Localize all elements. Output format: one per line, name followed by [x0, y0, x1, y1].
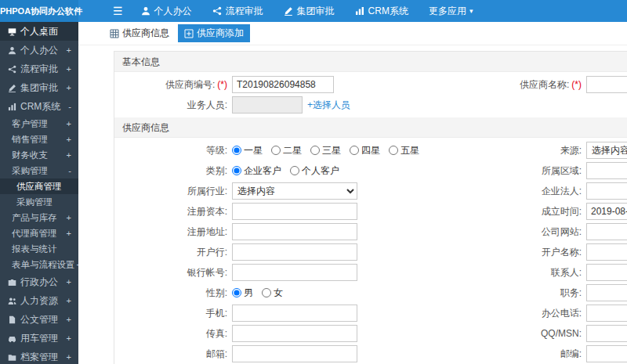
form-row: 业务人员:+选择人员	[114, 95, 627, 115]
level-radio[interactable]	[310, 146, 320, 155]
level-radio-option[interactable]: 四星	[350, 144, 380, 157]
category-radio[interactable]	[232, 166, 241, 175]
tab-supplier-info[interactable]: 供应商信息	[103, 24, 176, 42]
industry-select[interactable]: 选择内容	[232, 182, 357, 200]
legal-person-input[interactable]	[586, 182, 627, 200]
source-select[interactable]: 选择内容	[586, 142, 627, 159]
sidebar-item-crm-system[interactable]: CRM系统-	[0, 97, 78, 116]
job-title-input[interactable]	[586, 284, 627, 301]
zip-input[interactable]	[586, 345, 627, 362]
category-radio-option[interactable]: 企业客户	[232, 164, 281, 178]
category-radio-option[interactable]: 个人客户	[290, 164, 339, 178]
level-radio-option[interactable]: 三星	[310, 144, 341, 157]
topbar-nav-label: 集团审批	[297, 5, 335, 18]
website-input[interactable]	[586, 223, 627, 240]
field-zone	[232, 243, 475, 261]
expand-indicator: -	[67, 166, 71, 175]
supplier-name-input[interactable]	[586, 76, 627, 93]
sidebar-item-process-approval[interactable]: 流程审批+	[0, 59, 78, 78]
sidebar-item-purchasing[interactable]: 采购管理	[0, 194, 78, 210]
sidebar-item-label: 个人办公	[20, 44, 58, 57]
sidebar-item-form-flow-settings[interactable]: 表单与流程设置+	[0, 257, 78, 272]
mobile-input[interactable]	[232, 305, 357, 322]
sidebar-item-label: 供应商管理	[16, 181, 62, 193]
business-person-input[interactable]	[232, 96, 303, 114]
sidebar-item-label: 财务收支	[12, 150, 48, 161]
sidebar-item-personal-desktop[interactable]: 个人桌面	[0, 22, 78, 41]
category-radio[interactable]	[290, 166, 299, 175]
field-zone	[232, 345, 475, 362]
sidebar-item-customer-management[interactable]: 客户管理+	[0, 116, 78, 132]
founded-date-input[interactable]	[586, 203, 627, 220]
founded-date-label: 成立时间:	[475, 205, 586, 218]
topbar-nav-label: CRM系统	[368, 5, 408, 18]
section-title: 供应商信息	[114, 117, 627, 138]
supplier-code-input[interactable]	[232, 76, 334, 93]
sidebar-item-document-management[interactable]: 公文管理+	[0, 310, 78, 329]
form-row: 注册地址:公司网站:	[114, 222, 627, 242]
account-name-input[interactable]	[586, 243, 627, 261]
field-zone	[586, 223, 627, 240]
tab-supplier-add[interactable]: 供应商添加	[178, 24, 250, 42]
expand-indicator: +	[65, 229, 71, 238]
sidebar-item-admin-office[interactable]: 行政办公+	[0, 272, 78, 291]
level-radio[interactable]	[350, 146, 359, 155]
sidebar-item-vehicle-management[interactable]: 用车管理+	[0, 329, 78, 348]
email-input[interactable]	[232, 345, 357, 362]
desktop-icon	[8, 27, 16, 36]
sidebar-item-finance-income-expense[interactable]: 财务收支+	[0, 147, 78, 163]
select-person-link[interactable]: +选择人员	[307, 99, 350, 112]
flow-icon	[8, 65, 16, 74]
bank-account-input[interactable]	[232, 264, 357, 281]
gender-radio-option[interactable]: 女	[262, 287, 283, 300]
level-radio[interactable]	[271, 146, 281, 155]
topbar-nav-more-apps[interactable]: 更多应用▾	[419, 0, 484, 22]
sidebar-item-reports-statistics[interactable]: 报表与统计	[0, 241, 78, 257]
level-radio-option[interactable]: 一星	[232, 144, 263, 157]
topbar-nav: 个人办公流程审批集团审批CRM系统更多应用▾	[131, 0, 484, 22]
form-cell: 联系人:	[475, 264, 627, 281]
business-person-label: 业务人员:	[114, 99, 232, 112]
sidebar-item-group-approval[interactable]: 集团审批+	[0, 78, 78, 97]
fax-input[interactable]	[232, 325, 357, 342]
level-radio-option[interactable]: 五星	[389, 144, 419, 157]
topbar-nav-process-approval[interactable]: 流程审批	[202, 0, 274, 22]
menu-toggle-icon[interactable]: ☰	[113, 0, 123, 22]
sidebar-item-purchase-management[interactable]: 采购管理-	[0, 163, 78, 178]
bank-input[interactable]	[232, 243, 357, 261]
topbar-nav-label: 更多应用	[429, 5, 466, 18]
radio-label: 个人客户	[302, 164, 339, 178]
sidebar-item-sales-management[interactable]: 销售管理+	[0, 132, 78, 147]
gender-radio-option[interactable]: 男	[232, 287, 253, 300]
expand-indicator: +	[65, 64, 71, 74]
expand-indicator: +	[65, 119, 71, 128]
topbar-nav-crm-system[interactable]: CRM系统	[345, 0, 419, 22]
level-radio[interactable]	[389, 146, 398, 155]
form-cell: 来源:选择内容	[475, 142, 627, 159]
registered-capital-input[interactable]	[232, 203, 357, 220]
region-input[interactable]	[586, 162, 627, 179]
sidebar-item-human-resources[interactable]: 人力资源+	[0, 291, 78, 310]
registered-address-input[interactable]	[232, 223, 357, 240]
topbar-nav-group-approval[interactable]: 集团审批	[274, 0, 345, 22]
contact-input[interactable]	[586, 264, 627, 281]
office-phone-input[interactable]	[586, 305, 627, 322]
field-zone	[586, 284, 627, 301]
people-icon	[8, 297, 16, 305]
mobile-label: 手机:	[114, 307, 232, 320]
gender-radio[interactable]	[262, 288, 271, 297]
sidebar-item-supplier-management[interactable]: 供应商管理	[0, 178, 78, 194]
field-label-text: 公司网站:	[542, 226, 582, 237]
sidebar-item-archive-management[interactable]: 档案管理+	[0, 348, 78, 364]
sidebar-item-label: 行政办公	[20, 276, 58, 289]
sidebar-item-personal-office[interactable]: 个人办公+	[0, 41, 78, 59]
sidebar-item-agent-management[interactable]: 代理商管理+	[0, 225, 78, 241]
level-radio[interactable]	[232, 146, 241, 155]
sidebar-item-product-inventory[interactable]: 产品与库存+	[0, 210, 78, 225]
job-title-label: 职务:	[475, 287, 586, 300]
gender-radio[interactable]	[232, 288, 241, 297]
topbar-nav-personal-office[interactable]: 个人办公	[131, 0, 202, 22]
qq-msn-input[interactable]	[586, 325, 627, 342]
radio-label: 五星	[400, 144, 419, 157]
level-radio-option[interactable]: 二星	[271, 144, 302, 157]
